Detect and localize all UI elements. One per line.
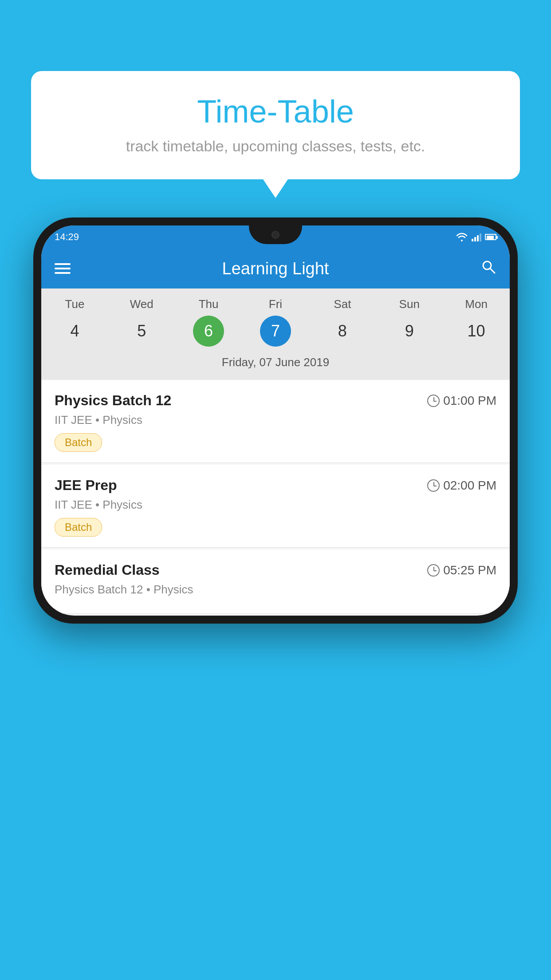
tooltip-subtitle: track timetable, upcoming classes, tests… xyxy=(58,138,493,155)
phone-outer: 14:29 xyxy=(33,217,518,624)
day-number[interactable]: 8 xyxy=(327,316,358,347)
day-label: Wed xyxy=(108,297,175,311)
class-header: Physics Batch 12 01:00 PM xyxy=(55,392,496,409)
batch-badge: Batch xyxy=(55,518,102,537)
day-labels: TueWedThuFriSatSunMon xyxy=(41,297,510,311)
phone-mockup: 14:29 xyxy=(33,217,518,624)
status-icons xyxy=(456,233,496,241)
status-time: 14:29 xyxy=(55,231,79,243)
time-text: 02:00 PM xyxy=(443,478,496,493)
day-number[interactable]: 6 xyxy=(193,316,224,347)
class-header: JEE Prep 02:00 PM xyxy=(55,477,496,494)
class-meta: IIT JEE • Physics xyxy=(55,498,496,512)
time-text: 01:00 PM xyxy=(443,394,496,408)
tooltip-container: Time-Table track timetable, upcoming cla… xyxy=(31,71,520,179)
class-card[interactable]: JEE Prep 02:00 PM IIT JEE • Physics Batc… xyxy=(41,465,510,548)
app-title: Learning Light xyxy=(84,259,467,278)
class-header: Remedial Class 05:25 PM xyxy=(55,562,496,578)
day-label: Thu xyxy=(175,297,242,311)
day-label: Fri xyxy=(242,297,309,311)
tooltip-title: Time-Table xyxy=(58,93,493,130)
camera xyxy=(272,231,279,239)
clock-icon xyxy=(427,395,440,407)
day-numbers[interactable]: 45678910 xyxy=(41,316,510,347)
class-meta: Physics Batch 12 • Physics xyxy=(55,583,496,597)
class-time: 02:00 PM xyxy=(427,478,496,493)
class-meta: IIT JEE • Physics xyxy=(55,413,496,427)
day-number[interactable]: 9 xyxy=(394,316,425,347)
class-name: Remedial Class xyxy=(55,562,160,578)
day-number[interactable]: 5 xyxy=(126,316,157,347)
calendar-strip: TueWedThuFriSatSunMon 45678910 Friday, 0… xyxy=(41,288,510,380)
notch xyxy=(249,225,302,244)
day-number[interactable]: 10 xyxy=(461,316,492,347)
signal-icon xyxy=(472,233,481,241)
selected-date: Friday, 07 June 2019 xyxy=(41,352,510,375)
class-card[interactable]: Physics Batch 12 01:00 PM IIT JEE • Phys… xyxy=(41,380,510,463)
day-label: Mon xyxy=(443,297,510,311)
clock-icon xyxy=(427,479,440,492)
app-bar: Learning Light xyxy=(41,249,510,288)
clock-icon xyxy=(427,564,440,577)
batch-badge: Batch xyxy=(55,433,102,452)
battery-icon xyxy=(485,234,496,240)
tooltip-box: Time-Table track timetable, upcoming cla… xyxy=(31,71,520,179)
day-label: Sun xyxy=(376,297,443,311)
time-text: 05:25 PM xyxy=(443,563,496,577)
class-time: 05:25 PM xyxy=(427,563,496,577)
day-number[interactable]: 4 xyxy=(59,316,90,347)
class-name: Physics Batch 12 xyxy=(55,392,171,409)
phone-screen: 14:29 xyxy=(41,225,510,616)
wifi-icon xyxy=(456,233,468,241)
day-number[interactable]: 7 xyxy=(260,316,291,347)
status-bar: 14:29 xyxy=(41,225,510,249)
day-label: Tue xyxy=(41,297,108,311)
class-card[interactable]: Remedial Class 05:25 PM Physics Batch 12… xyxy=(41,549,510,614)
search-button[interactable] xyxy=(480,259,496,279)
class-name: JEE Prep xyxy=(55,477,117,494)
classes-list: Physics Batch 12 01:00 PM IIT JEE • Phys… xyxy=(41,380,510,614)
day-label: Sat xyxy=(309,297,376,311)
class-time: 01:00 PM xyxy=(427,394,496,408)
svg-line-1 xyxy=(490,269,495,273)
hamburger-button[interactable] xyxy=(55,263,71,274)
